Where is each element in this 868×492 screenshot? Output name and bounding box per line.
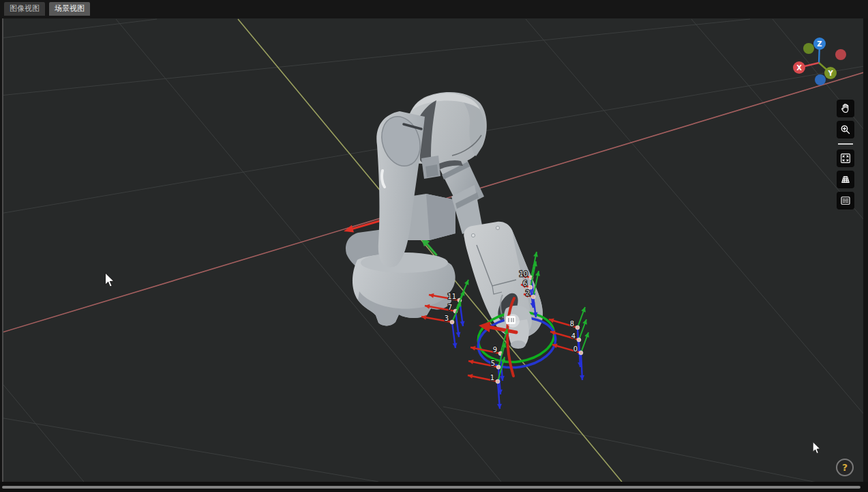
- zoom-tool-button[interactable]: [837, 121, 854, 139]
- end-effector-label: [506, 316, 515, 324]
- waypoint-dot: [531, 295, 535, 299]
- viewport-left-border: [2, 18, 3, 482]
- gizmo-negative-axis-ball[interactable]: [835, 49, 846, 60]
- waypoint-dot: [496, 365, 500, 369]
- viewport-toolbar: [837, 100, 854, 213]
- waypoint-label: 3: [445, 315, 449, 322]
- waypoint-label: 7: [448, 304, 452, 311]
- ground-grid-icon: [839, 173, 852, 186]
- waypoint-label: 10: [519, 270, 528, 278]
- gizmo-negative-axis-ball[interactable]: [815, 74, 826, 85]
- toolbar-divider: [838, 143, 853, 145]
- waypoint-label: 0: [573, 345, 578, 353]
- pan-tool-button[interactable]: [837, 100, 854, 117]
- waypoint-label: 1: [490, 374, 494, 381]
- view-tab-bar: 图像视图 场景视图: [0, 0, 868, 18]
- waypoint-label: 9: [493, 346, 497, 353]
- display-list-button[interactable]: [837, 192, 854, 209]
- tab-scene-view[interactable]: 场景视图: [49, 2, 90, 16]
- waypoint-label: 11: [447, 293, 456, 300]
- tab-image-view[interactable]: 图像视图: [4, 2, 45, 16]
- fit-view-icon: [839, 152, 852, 164]
- waypoint-label: 4: [571, 332, 575, 340]
- display-list-icon: [839, 194, 852, 207]
- waypoint-label: 8: [570, 320, 574, 328]
- waypoint-label: 2: [526, 289, 530, 297]
- waypoint-dot: [577, 338, 581, 342]
- hand-icon: [839, 102, 852, 115]
- gizmo-axis-label: Z: [817, 40, 822, 48]
- 3d-viewport[interactable]: 11739511062840 ZXY: [0, 0, 868, 492]
- question-mark-icon: ?: [842, 462, 848, 473]
- window-resize-bar[interactable]: [2, 486, 860, 489]
- zoom-in-icon: [839, 124, 852, 136]
- waypoint-label: 6: [523, 280, 527, 287]
- gizmo-axis-label: Y: [827, 70, 833, 77]
- gizmo-negative-axis-ball[interactable]: [803, 43, 814, 54]
- waypoint-dot: [579, 351, 583, 355]
- waypoint-dot: [496, 379, 500, 384]
- fit-view-button[interactable]: [837, 149, 854, 167]
- app-window: 11739511062840 ZXY 图像视图 场景视图: [0, 0, 868, 492]
- waypoint-dot: [575, 325, 580, 330]
- gizmo-axis-label: X: [796, 64, 802, 72]
- ground-grid-button[interactable]: [837, 171, 854, 188]
- waypoint-label: 5: [491, 360, 495, 367]
- waypoint-dot: [450, 320, 454, 324]
- help-button[interactable]: ?: [836, 459, 854, 476]
